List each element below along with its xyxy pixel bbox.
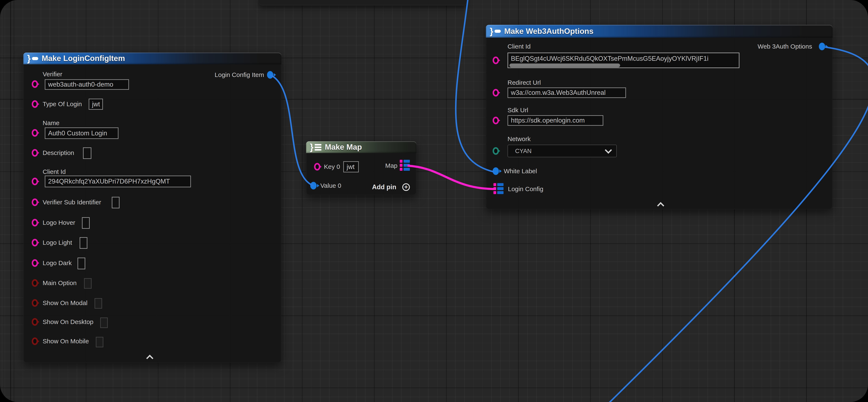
pin-logo-dark[interactable]	[32, 259, 38, 267]
make-struct-icon: }	[27, 54, 38, 63]
output-pin-label-map: Map	[385, 162, 398, 169]
pin-label-value-0: Value 0	[320, 182, 341, 189]
pin-label-login-config: Login Config	[508, 185, 543, 193]
output-pin-label: Web 3Auth Options	[757, 43, 812, 50]
client-id-input-scrollbar[interactable]	[509, 63, 620, 67]
pin-verifier-sub-identifier[interactable]	[32, 199, 38, 206]
node-header-make-loginconfigitem[interactable]: } Make LoginConfigItem	[23, 53, 281, 64]
pin-label-verifier: Verifier	[43, 70, 62, 78]
pin-login-config[interactable]	[493, 183, 504, 195]
pin-label-verifier-sub-identifier: Verifier Sub Identifier	[43, 199, 101, 206]
pin-label-network: Network	[507, 135, 531, 143]
pin-label-type-of-login: Type Of Login	[43, 100, 82, 108]
pin-show-on-desktop[interactable]	[32, 318, 38, 326]
output-pin-login-config-item[interactable]	[267, 71, 273, 79]
name-input[interactable]: Auth0 Custom Login	[45, 127, 119, 139]
logo-hover-input[interactable]	[82, 217, 90, 229]
main-option-checkbox[interactable]	[84, 278, 92, 289]
logo-dark-input[interactable]	[78, 258, 85, 269]
pin-label-sdk-url: Sdk Url	[507, 107, 528, 114]
pin-client-id[interactable]	[493, 57, 499, 64]
pin-main-option[interactable]	[32, 279, 38, 287]
collapse-node-chevron-icon[interactable]	[146, 355, 153, 362]
key-0-input[interactable]: jwt	[343, 161, 359, 172]
pin-white-label[interactable]	[493, 167, 499, 175]
show-on-desktop-checkbox[interactable]	[100, 317, 108, 328]
description-input[interactable]	[83, 147, 91, 159]
pin-type-of-login[interactable]	[32, 100, 38, 108]
pin-description[interactable]	[32, 149, 38, 156]
pin-label-redirect-url: Redirect Url	[507, 79, 541, 86]
pin-verifier[interactable]	[32, 80, 38, 88]
node-make-map[interactable]: } Make Map Key 0 jwt Map Value 0 Add pin	[306, 141, 416, 195]
logo-light-input[interactable]	[80, 237, 87, 249]
redirect-url-input[interactable]: w3a://com.w3a.Web3AuthUnreal	[507, 87, 626, 98]
pin-label-show-on-modal: Show On Modal	[43, 299, 87, 307]
pin-key-0[interactable]	[314, 163, 320, 171]
node-make-loginconfigitem[interactable]: } Make LoginConfigItem Login Config Item…	[23, 53, 281, 363]
chevron-down-icon	[605, 147, 612, 154]
pin-label-main-option: Main Option	[43, 280, 77, 287]
pin-label-name: Name	[43, 119, 59, 126]
pin-name[interactable]	[32, 129, 38, 137]
show-on-mobile-checkbox[interactable]	[96, 337, 103, 347]
add-pin-button[interactable]	[402, 183, 410, 191]
client-id-input[interactable]: 294QRkchfq2YaXUbPri7D6PH7xzHgQMT	[45, 176, 191, 187]
pin-label-white-label: White Label	[504, 168, 537, 175]
node-make-web3authoptions[interactable]: } Make Web3AuthOptions Web 3Auth Options…	[486, 25, 833, 209]
pin-network[interactable]	[493, 147, 499, 155]
pin-logo-light[interactable]	[32, 239, 38, 247]
show-on-modal-checkbox[interactable]	[95, 298, 102, 309]
pin-label-logo-hover: Logo Hover	[43, 219, 75, 226]
blueprint-graph-canvas[interactable]: } Make LoginConfigItem Login Config Item…	[0, 0, 868, 402]
pin-label-client-id: Client Id	[507, 43, 531, 50]
pin-label-logo-dark: Logo Dark	[43, 259, 72, 267]
node-header-make-map[interactable]: } Make Map	[306, 141, 416, 153]
verifier-input[interactable]: web3auth-auth0-demo	[45, 79, 129, 90]
pin-sdk-url[interactable]	[493, 117, 499, 124]
pin-label-logo-light: Logo Light	[43, 239, 72, 246]
make-struct-icon: }	[490, 27, 501, 36]
pin-label-client-id: Client Id	[43, 168, 66, 175]
add-pin-label: Add pin	[372, 183, 396, 191]
output-pin-web3auth-options[interactable]	[819, 43, 825, 50]
node-title: Make Web3AuthOptions	[504, 27, 593, 36]
node-header-make-web3authoptions[interactable]: } Make Web3AuthOptions	[486, 25, 833, 38]
output-pin-label: Login Config Item	[215, 71, 264, 79]
pin-label-show-on-mobile: Show On Mobile	[43, 338, 89, 345]
make-map-icon: }	[310, 143, 321, 152]
verifier-sub-identifier-input[interactable]	[112, 197, 120, 208]
collapse-node-chevron-icon[interactable]	[657, 202, 664, 209]
network-dropdown[interactable]: CYAN	[507, 145, 617, 157]
pin-value-0[interactable]	[310, 182, 317, 190]
pin-label-show-on-desktop: Show On Desktop	[43, 318, 93, 325]
output-pin-map[interactable]	[400, 160, 410, 172]
type-of-login-input[interactable]: jwt	[89, 98, 103, 110]
pin-redirect-url[interactable]	[493, 89, 499, 96]
pin-show-on-mobile[interactable]	[32, 338, 38, 345]
wire-map-to-loginconfig[interactable]	[407, 166, 496, 189]
node-title: Make Map	[325, 143, 362, 151]
pin-client-id[interactable]	[32, 178, 38, 185]
pin-logo-hover[interactable]	[32, 219, 38, 226]
pin-show-on-modal[interactable]	[32, 299, 38, 307]
node-title: Make LoginConfigItem	[41, 54, 125, 63]
sdk-url-input[interactable]: https://sdk.openlogin.com	[507, 115, 603, 126]
pin-label-description: Description	[43, 149, 74, 156]
offscreen-node-bottom-edge[interactable]	[259, 0, 467, 5]
pin-label-key-0: Key 0	[324, 163, 340, 170]
